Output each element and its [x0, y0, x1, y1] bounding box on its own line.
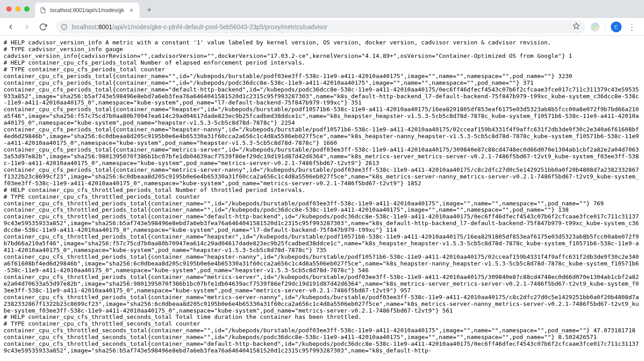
new-tab-button[interactable]: +	[143, 4, 156, 16]
close-window-button[interactable]	[6, 6, 12, 12]
toolbar-right: C ⋮	[591, 22, 640, 32]
reload-button[interactable]	[36, 20, 50, 34]
svg-marker-3	[573, 23, 579, 29]
extension-icon[interactable]	[591, 22, 600, 31]
separator	[605, 22, 605, 31]
back-button[interactable]	[4, 20, 18, 34]
maximize-window-button[interactable]	[24, 6, 30, 12]
page-content[interactable]: # HELP cadvisor_version_info A metric wi…	[0, 36, 644, 361]
bookmark-icon[interactable]	[573, 22, 580, 31]
window-controls	[4, 6, 35, 12]
menu-button[interactable]: ⋮	[625, 22, 639, 32]
metrics-output: # HELP cadvisor_version_info A metric wi…	[4, 39, 640, 354]
tab-bar: localhost:8001/api/v1/nodes/gk × +	[0, 0, 644, 18]
close-tab-button[interactable]: ×	[128, 7, 135, 14]
profile-avatar[interactable]: C	[611, 22, 622, 32]
address-bar[interactable]: localhost:8001/api/v1/nodes/gke-c-plnf4-…	[56, 20, 585, 34]
minimize-window-button[interactable]	[15, 6, 21, 12]
address-text: localhost:8001/api/v1/nodes/gke-c-plnf4-…	[72, 23, 568, 30]
browser-tab[interactable]: localhost:8001/api/v1/nodes/gk ×	[35, 3, 139, 18]
tab-title: localhost:8001/api/v1/nodes/gk	[50, 7, 124, 13]
site-info-icon[interactable]	[61, 24, 67, 30]
forward-button[interactable]	[20, 20, 34, 34]
browser-chrome: localhost:8001/api/v1/nodes/gk × + local…	[0, 0, 644, 36]
file-icon	[39, 7, 47, 14]
toolbar: localhost:8001/api/v1/nodes/gke-c-plnf4-…	[0, 18, 644, 36]
